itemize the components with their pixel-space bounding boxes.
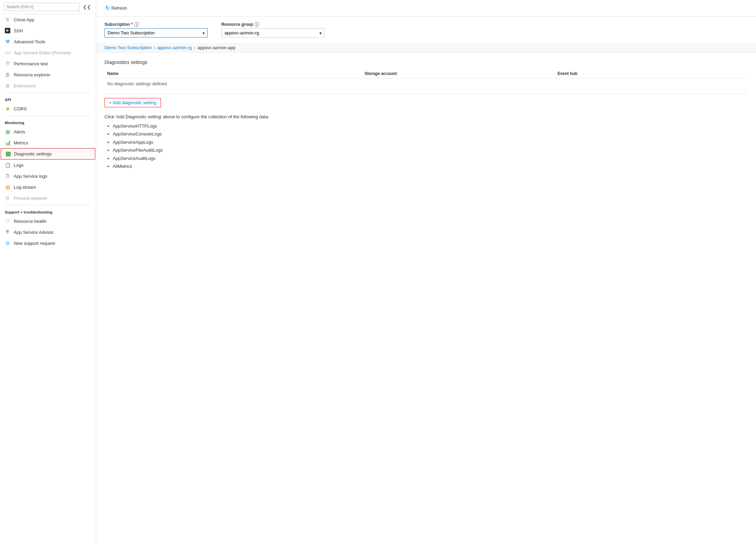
sidebar-item-diagnostic-settings[interactable]: Diagnostic settings — [1, 148, 95, 160]
sidebar-item-metrics[interactable]: 📊 Metrics — [0, 137, 96, 148]
sidebar: ❮❮ ⎘ Clone App ▶ SSH ⚒ Advanced Tools </… — [0, 0, 96, 544]
main-body: Subscription * i Demo Two Subscription R… — [96, 17, 756, 544]
resource-group-select[interactable]: appsvc-azmon-rg — [221, 28, 325, 37]
sidebar-item-ssh[interactable]: ▶ SSH — [0, 25, 96, 36]
add-diagnostic-button[interactable]: + Add diagnostic setting — [105, 98, 161, 107]
sidebar-item-label: Alerts — [14, 129, 25, 134]
refresh-icon: ↻ — [105, 5, 110, 11]
sidebar-item-label: Advanced Tools — [14, 39, 45, 44]
form-row: Subscription * i Demo Two Subscription R… — [105, 22, 748, 37]
sidebar-item-process-explorer[interactable]: ⊞ Process explorer — [0, 193, 96, 204]
sidebar-item-extensions[interactable]: ⊞ Extensions — [0, 80, 96, 91]
sidebar-item-label: Resource health — [14, 219, 46, 224]
empty-message: No diagnostic settings defined — [105, 78, 748, 89]
sidebar-item-label: Clone App — [14, 17, 34, 22]
divider-api — [5, 93, 91, 93]
subscription-info-icon[interactable]: i — [134, 22, 139, 27]
metrics-icon: 📊 — [5, 140, 10, 145]
section-title: Diagnostics settings — [105, 59, 748, 65]
col-header-storage: Storage account — [362, 69, 555, 78]
sidebar-content: ⎘ Clone App ▶ SSH ⚒ Advanced Tools </> A… — [0, 14, 96, 544]
reshealth-icon: ♡ — [5, 218, 10, 224]
sidebar-item-logs[interactable]: 📋 Logs — [0, 160, 96, 171]
section-label-api: API — [0, 94, 96, 103]
breadcrumb-subscription[interactable]: Demo Two Subscription — [105, 45, 152, 50]
toolbar: ↻ Refresh — [96, 0, 756, 17]
sidebar-item-label: Process explorer — [14, 196, 47, 201]
list-item: AppServiceHTTPLogs — [113, 122, 748, 130]
logs-icon: 📋 — [5, 162, 10, 168]
add-diag-label: + Add diagnostic setting — [109, 100, 156, 105]
breadcrumb-resource-group[interactable]: appsvc-azmon-rg — [157, 45, 191, 50]
sidebar-item-label: Log stream — [14, 185, 36, 190]
sidebar-item-label: Logs — [14, 163, 23, 168]
perf-icon: ⏱ — [5, 61, 10, 66]
resource-group-group: Resource group i appsvc-azmon-rg — [221, 22, 325, 37]
section-label-monitoring: Monitoring — [0, 117, 96, 126]
editor-icon: </> — [5, 50, 10, 55]
sidebar-item-label: New support request — [14, 241, 55, 246]
instruction-text: Click 'Add Diagnostic setting' above to … — [105, 114, 748, 119]
sidebar-item-label: App Service Editor (Preview) — [14, 50, 71, 55]
sidebar-item-performance-test[interactable]: ⏱ Performance test — [0, 58, 96, 69]
resource-group-info-icon[interactable]: i — [254, 22, 259, 27]
cors-icon: ⊕ — [5, 106, 10, 111]
refresh-label: Refresh — [111, 6, 127, 11]
required-indicator: * — [131, 22, 133, 27]
diagnostics-table: Name Storage account Event hub No diagno… — [105, 69, 748, 89]
list-item: AllMetrics — [113, 162, 748, 170]
sidebar-item-label: App Service Advisor — [14, 230, 54, 235]
clone-icon: ⎘ — [5, 17, 10, 22]
sidebar-item-clone-app[interactable]: ⎘ Clone App — [0, 14, 96, 25]
breadcrumb-sep-1: › — [154, 45, 155, 50]
sidebar-item-app-service-editor[interactable]: </> App Service Editor (Preview) — [0, 47, 96, 58]
sidebar-item-label: Performance test — [14, 61, 48, 66]
breadcrumb-sep-2: › — [194, 45, 195, 50]
sidebar-item-log-stream[interactable]: ▤ Log stream — [0, 182, 96, 193]
sidebar-item-label: App Service logs — [14, 174, 47, 179]
breadcrumb: Demo Two Subscription › appsvc-azmon-rg … — [96, 43, 756, 53]
sidebar-search-container: ❮❮ — [0, 0, 96, 14]
main-content: ↻ Refresh Subscription * i Demo Two Subs… — [96, 0, 756, 544]
sidebar-item-app-service-advisor[interactable]: 🎖 App Service Advisor — [0, 227, 96, 238]
list-item: AppServiceAuditLogs — [113, 154, 748, 162]
tools-icon: ⚒ — [5, 39, 10, 44]
sidebar-item-label: Extensions — [14, 83, 36, 88]
resource-group-select-wrapper: appsvc-azmon-rg — [221, 28, 325, 37]
support-icon: ⊙ — [5, 240, 10, 246]
diag-icon — [6, 152, 11, 156]
subscription-group: Subscription * i Demo Two Subscription — [105, 22, 208, 37]
sidebar-item-label: CORS — [14, 106, 27, 111]
section-label-support: Support + troubleshooting — [0, 207, 96, 216]
search-input[interactable] — [3, 3, 79, 11]
sidebar-item-app-service-logs[interactable]: 🗒 App Service logs — [0, 171, 96, 182]
sidebar-item-resource-health[interactable]: ♡ Resource health — [0, 216, 96, 227]
subscription-select-wrapper: Demo Two Subscription — [105, 28, 208, 37]
collapse-button[interactable]: ❮❮ — [81, 3, 92, 11]
sidebar-item-alerts[interactable]: ▦ Alerts — [0, 126, 96, 137]
sidebar-item-advanced-tools[interactable]: ⚒ Advanced Tools — [0, 36, 96, 47]
refresh-button[interactable]: ↻ Refresh — [103, 3, 129, 13]
sidebar-item-resource-explorer[interactable]: ☰ Resource explorer — [0, 69, 96, 80]
table-row-empty: No diagnostic settings defined — [105, 78, 748, 89]
subscription-label: Subscription * i — [105, 22, 208, 27]
sidebar-item-new-support-request[interactable]: ⊙ New support request — [0, 238, 96, 249]
list-item: AppServiceFileAuditLogs — [113, 146, 748, 154]
divider-monitoring — [5, 116, 91, 116]
list-item: AppServiceConsoleLogs — [113, 130, 748, 138]
ssh-icon: ▶ — [5, 28, 10, 33]
table-divider — [105, 94, 748, 94]
divider-support — [5, 205, 91, 205]
data-types-list: AppServiceHTTPLogs AppServiceConsoleLogs… — [105, 122, 748, 170]
ext-icon: ⊞ — [5, 83, 10, 88]
sidebar-item-cors[interactable]: ⊕ CORS — [0, 103, 96, 114]
sidebar-item-label: SSH — [14, 28, 23, 33]
advisor-icon: 🎖 — [5, 229, 10, 235]
sidebar-item-label: Resource explorer — [14, 72, 50, 77]
resource-group-label: Resource group i — [221, 22, 325, 27]
breadcrumb-app: appsvc-azmon-app — [197, 45, 235, 50]
alerts-icon: ▦ — [5, 129, 10, 134]
col-header-name: Name — [105, 69, 362, 78]
list-item: AppServiceAppLogs — [113, 138, 748, 146]
subscription-select[interactable]: Demo Two Subscription — [105, 28, 208, 37]
